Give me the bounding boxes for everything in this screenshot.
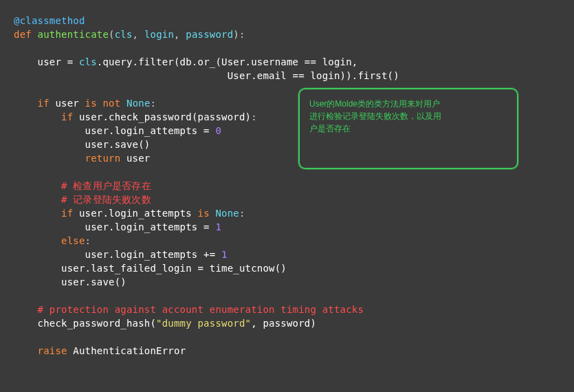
code-block: @classmethod def authenticate(cls, login… — [14, 14, 399, 358]
callout-line: 户是否存在 — [309, 122, 507, 135]
decorator: @classmethod — [14, 15, 85, 26]
callout-line: 进行检验记录登陆失败次数，以及用 — [309, 110, 507, 122]
comment-protection: # protection against account enumeration… — [38, 304, 364, 315]
fn-name: authenticate — [38, 29, 109, 40]
def-kw: def — [14, 29, 32, 40]
comment-exist: # 检查用户是否存在 — [61, 180, 151, 191]
annotation-callout: User的Molde类的类方法用来对用户 进行检验记录登陆失败次数，以及用 户是… — [298, 88, 518, 169]
callout-line: User的Molde类的类方法用来对用户 — [309, 98, 507, 110]
comment-record: # 记录登陆失败次数 — [61, 194, 151, 205]
